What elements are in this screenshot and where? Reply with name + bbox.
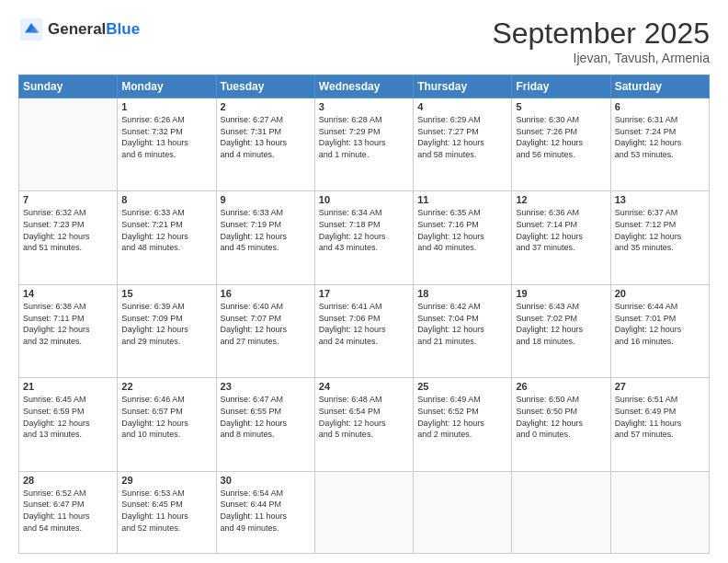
logo-text: General Blue — [48, 20, 140, 39]
day-number: 3 — [319, 101, 409, 112]
day-info: Sunrise: 6:35 AM Sunset: 7:16 PM Dayligh… — [417, 207, 507, 253]
day-info: Sunrise: 6:46 AM Sunset: 6:57 PM Dayligh… — [121, 394, 211, 440]
day-info: Sunrise: 6:50 AM Sunset: 6:50 PM Dayligh… — [516, 394, 606, 440]
calendar-cell: 9Sunrise: 6:33 AM Sunset: 7:19 PM Daylig… — [216, 191, 314, 284]
day-number: 29 — [121, 475, 211, 486]
day-info: Sunrise: 6:34 AM Sunset: 7:18 PM Dayligh… — [319, 207, 409, 253]
weekday-tuesday: Tuesday — [216, 75, 314, 98]
day-info: Sunrise: 6:30 AM Sunset: 7:26 PM Dayligh… — [516, 114, 606, 160]
day-number: 17 — [319, 288, 409, 299]
weekday-thursday: Thursday — [414, 75, 512, 98]
week-row-1: 7Sunrise: 6:32 AM Sunset: 7:23 PM Daylig… — [19, 191, 710, 284]
day-number: 13 — [615, 194, 705, 205]
day-number: 12 — [516, 194, 606, 205]
day-number: 27 — [615, 381, 705, 392]
day-info: Sunrise: 6:53 AM Sunset: 6:45 PM Dayligh… — [121, 488, 211, 534]
day-info: Sunrise: 6:33 AM Sunset: 7:19 PM Dayligh… — [221, 207, 311, 253]
logo-blue: Blue — [106, 20, 140, 39]
week-row-3: 21Sunrise: 6:45 AM Sunset: 6:59 PM Dayli… — [19, 378, 710, 471]
calendar-cell — [610, 471, 709, 553]
day-info: Sunrise: 6:51 AM Sunset: 6:49 PM Dayligh… — [615, 394, 705, 440]
location: Ijevan, Tavush, Armenia — [492, 51, 710, 65]
calendar-cell: 2Sunrise: 6:27 AM Sunset: 7:31 PM Daylig… — [216, 98, 314, 191]
day-info: Sunrise: 6:31 AM Sunset: 7:24 PM Dayligh… — [615, 114, 705, 160]
day-info: Sunrise: 6:36 AM Sunset: 7:14 PM Dayligh… — [516, 207, 606, 253]
calendar-cell — [512, 471, 610, 553]
day-number: 20 — [615, 288, 705, 299]
calendar-cell: 30Sunrise: 6:54 AM Sunset: 6:44 PM Dayli… — [216, 471, 314, 553]
calendar-cell — [19, 98, 118, 191]
logo: General Blue — [18, 17, 140, 42]
day-number: 24 — [319, 381, 409, 392]
weekday-header-row: SundayMondayTuesdayWednesdayThursdayFrid… — [19, 75, 710, 98]
day-info: Sunrise: 6:43 AM Sunset: 7:02 PM Dayligh… — [516, 301, 606, 347]
title-block: September 2025 Ijevan, Tavush, Armenia — [492, 17, 710, 65]
day-info: Sunrise: 6:29 AM Sunset: 7:27 PM Dayligh… — [417, 114, 507, 160]
day-info: Sunrise: 6:33 AM Sunset: 7:21 PM Dayligh… — [121, 207, 211, 253]
calendar-cell: 21Sunrise: 6:45 AM Sunset: 6:59 PM Dayli… — [19, 378, 118, 471]
calendar-cell: 8Sunrise: 6:33 AM Sunset: 7:21 PM Daylig… — [118, 191, 216, 284]
day-info: Sunrise: 6:28 AM Sunset: 7:29 PM Dayligh… — [319, 114, 409, 160]
day-number: 19 — [516, 288, 606, 299]
calendar-cell: 22Sunrise: 6:46 AM Sunset: 6:57 PM Dayli… — [118, 378, 216, 471]
calendar-cell: 16Sunrise: 6:40 AM Sunset: 7:07 PM Dayli… — [216, 284, 314, 377]
calendar-cell: 7Sunrise: 6:32 AM Sunset: 7:23 PM Daylig… — [19, 191, 118, 284]
header: General Blue September 2025 Ijevan, Tavu… — [18, 17, 710, 65]
calendar-cell: 28Sunrise: 6:52 AM Sunset: 6:47 PM Dayli… — [19, 471, 118, 553]
day-info: Sunrise: 6:54 AM Sunset: 6:44 PM Dayligh… — [221, 488, 311, 534]
day-info: Sunrise: 6:44 AM Sunset: 7:01 PM Dayligh… — [615, 301, 705, 347]
day-info: Sunrise: 6:40 AM Sunset: 7:07 PM Dayligh… — [221, 301, 311, 347]
day-number: 30 — [221, 475, 311, 486]
calendar-cell: 12Sunrise: 6:36 AM Sunset: 7:14 PM Dayli… — [512, 191, 610, 284]
day-number: 8 — [121, 194, 211, 205]
day-number: 28 — [23, 475, 113, 486]
calendar-table: SundayMondayTuesdayWednesdayThursdayFrid… — [18, 75, 710, 554]
day-info: Sunrise: 6:49 AM Sunset: 6:52 PM Dayligh… — [417, 394, 507, 440]
calendar-cell: 20Sunrise: 6:44 AM Sunset: 7:01 PM Dayli… — [610, 284, 709, 377]
day-info: Sunrise: 6:41 AM Sunset: 7:06 PM Dayligh… — [319, 301, 409, 347]
day-number: 16 — [221, 288, 311, 299]
day-info: Sunrise: 6:32 AM Sunset: 7:23 PM Dayligh… — [23, 207, 113, 253]
calendar-cell: 24Sunrise: 6:48 AM Sunset: 6:54 PM Dayli… — [314, 378, 413, 471]
week-row-2: 14Sunrise: 6:38 AM Sunset: 7:11 PM Dayli… — [19, 284, 710, 377]
day-info: Sunrise: 6:38 AM Sunset: 7:11 PM Dayligh… — [23, 301, 113, 347]
calendar-cell: 1Sunrise: 6:26 AM Sunset: 7:32 PM Daylig… — [118, 98, 216, 191]
calendar-cell: 3Sunrise: 6:28 AM Sunset: 7:29 PM Daylig… — [314, 98, 413, 191]
weekday-friday: Friday — [512, 75, 610, 98]
day-info: Sunrise: 6:27 AM Sunset: 7:31 PM Dayligh… — [221, 114, 311, 160]
day-number: 25 — [417, 381, 507, 392]
weekday-monday: Monday — [118, 75, 216, 98]
logo-icon — [18, 17, 44, 42]
logo-general: General — [48, 20, 106, 39]
day-number: 7 — [23, 194, 113, 205]
day-info: Sunrise: 6:47 AM Sunset: 6:55 PM Dayligh… — [221, 394, 311, 440]
day-info: Sunrise: 6:45 AM Sunset: 6:59 PM Dayligh… — [23, 394, 113, 440]
day-number: 11 — [417, 194, 507, 205]
week-row-0: 1Sunrise: 6:26 AM Sunset: 7:32 PM Daylig… — [19, 98, 710, 191]
day-info: Sunrise: 6:48 AM Sunset: 6:54 PM Dayligh… — [319, 394, 409, 440]
day-number: 2 — [221, 101, 311, 112]
calendar-cell: 4Sunrise: 6:29 AM Sunset: 7:27 PM Daylig… — [414, 98, 512, 191]
day-number: 21 — [23, 381, 113, 392]
day-info: Sunrise: 6:26 AM Sunset: 7:32 PM Dayligh… — [121, 114, 211, 160]
week-row-4: 28Sunrise: 6:52 AM Sunset: 6:47 PM Dayli… — [19, 471, 710, 553]
calendar-cell: 17Sunrise: 6:41 AM Sunset: 7:06 PM Dayli… — [314, 284, 413, 377]
day-number: 9 — [221, 194, 311, 205]
calendar-cell: 26Sunrise: 6:50 AM Sunset: 6:50 PM Dayli… — [512, 378, 610, 471]
calendar-cell: 18Sunrise: 6:42 AM Sunset: 7:04 PM Dayli… — [414, 284, 512, 377]
day-info: Sunrise: 6:42 AM Sunset: 7:04 PM Dayligh… — [417, 301, 507, 347]
day-number: 23 — [221, 381, 311, 392]
calendar-cell: 23Sunrise: 6:47 AM Sunset: 6:55 PM Dayli… — [216, 378, 314, 471]
day-info: Sunrise: 6:37 AM Sunset: 7:12 PM Dayligh… — [615, 207, 705, 253]
calendar-cell: 11Sunrise: 6:35 AM Sunset: 7:16 PM Dayli… — [414, 191, 512, 284]
day-number: 4 — [417, 101, 507, 112]
calendar-cell: 27Sunrise: 6:51 AM Sunset: 6:49 PM Dayli… — [610, 378, 709, 471]
calendar-cell: 5Sunrise: 6:30 AM Sunset: 7:26 PM Daylig… — [512, 98, 610, 191]
day-number: 22 — [121, 381, 211, 392]
day-number: 18 — [417, 288, 507, 299]
calendar-cell: 19Sunrise: 6:43 AM Sunset: 7:02 PM Dayli… — [512, 284, 610, 377]
calendar-cell: 29Sunrise: 6:53 AM Sunset: 6:45 PM Dayli… — [118, 471, 216, 553]
day-info: Sunrise: 6:39 AM Sunset: 7:09 PM Dayligh… — [121, 301, 211, 347]
day-number: 26 — [516, 381, 606, 392]
day-number: 15 — [121, 288, 211, 299]
